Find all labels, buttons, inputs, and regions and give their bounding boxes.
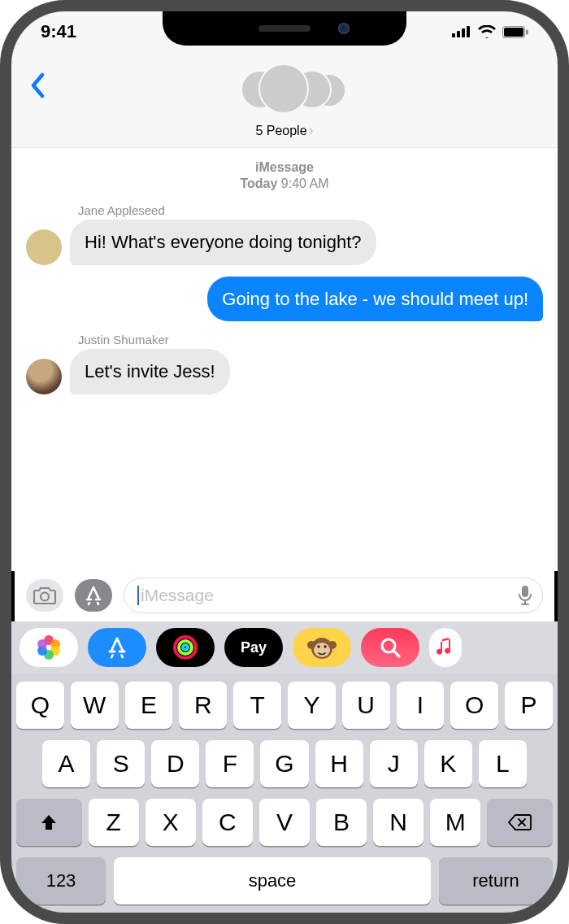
time-label: 9:40 AM <box>281 177 329 190</box>
key-s[interactable]: S <box>97 740 145 787</box>
key-e[interactable]: E <box>125 682 173 729</box>
key-u[interactable]: U <box>342 682 390 729</box>
text-cursor <box>137 586 139 605</box>
key-b[interactable]: B <box>316 799 367 846</box>
cellular-icon <box>452 26 471 37</box>
participants-count-label: 5 People <box>255 124 306 138</box>
message-thread[interactable]: iMessage Today 9:40 AM Jane Appleseed Hi… <box>11 148 558 571</box>
svg-point-7 <box>41 593 49 601</box>
activity-app-button[interactable] <box>156 628 215 667</box>
back-button[interactable] <box>29 72 46 102</box>
camera-button[interactable] <box>26 579 63 612</box>
service-label: iMessage <box>26 159 543 176</box>
speaker-grille <box>258 25 311 32</box>
keyboard-row: Q W E R T Y U I O P <box>16 682 553 729</box>
activity-rings-icon <box>173 635 198 660</box>
sender-avatar[interactable] <box>26 359 62 394</box>
key-v[interactable]: V <box>259 799 310 846</box>
key-w[interactable]: W <box>71 682 119 729</box>
dictation-icon[interactable] <box>518 585 532 606</box>
key-c[interactable]: C <box>202 799 253 846</box>
numbers-key[interactable]: 123 <box>16 857 106 904</box>
key-l[interactable]: L <box>479 740 527 787</box>
sender-avatar[interactable] <box>26 229 62 265</box>
shift-icon <box>39 813 59 832</box>
battery-icon <box>502 26 528 38</box>
front-camera <box>338 23 350 34</box>
sender-name: Jane Appleseed <box>78 203 543 217</box>
app-store-icon <box>106 636 128 659</box>
svg-rect-0 <box>452 33 455 37</box>
app-store-app-button[interactable] <box>88 628 146 667</box>
music-app-button[interactable] <box>429 628 462 667</box>
message-group: Justin Shumaker Let's invite Jess! <box>26 333 543 394</box>
key-q[interactable]: Q <box>16 682 64 729</box>
sent-message-bubble[interactable]: Going to the lake - we should meet up! <box>207 277 543 322</box>
device-notch <box>163 11 406 46</box>
key-g[interactable]: G <box>260 740 308 787</box>
chevron-right-icon: › <box>309 122 314 139</box>
status-indicators <box>452 25 528 38</box>
svg-point-14 <box>324 645 327 648</box>
key-o[interactable]: O <box>450 682 498 729</box>
status-time: 9:41 <box>41 21 76 42</box>
svg-line-16 <box>393 651 399 656</box>
svg-rect-3 <box>467 26 470 37</box>
conversation-title-button[interactable]: 5 People › <box>255 122 313 139</box>
participant-avatar <box>258 63 309 114</box>
svg-rect-6 <box>526 29 528 34</box>
apple-pay-app-button[interactable]: Pay <box>224 628 283 667</box>
key-a[interactable]: A <box>42 740 90 787</box>
message-row: Hi! What's everyone doing tonight? <box>26 220 543 265</box>
received-message-bubble[interactable]: Hi! What's everyone doing tonight? <box>70 220 376 265</box>
compose-bar: iMessage <box>11 571 558 621</box>
animoji-app-button[interactable] <box>293 628 351 667</box>
key-f[interactable]: F <box>206 740 254 787</box>
photos-icon <box>37 635 61 660</box>
key-n[interactable]: N <box>373 799 423 846</box>
key-d[interactable]: D <box>151 740 199 787</box>
search-images-icon <box>379 636 402 659</box>
message-row: Going to the lake - we should meet up! <box>26 277 543 322</box>
svg-rect-8 <box>522 586 528 597</box>
message-group: Going to the lake - we should meet up! <box>26 277 543 322</box>
message-group: Jane Appleseed Hi! What's everyone doing… <box>26 203 543 265</box>
shift-key[interactable] <box>16 799 82 846</box>
keyboard: Q W E R T Y U I O P A S D F G H J K L Z <box>11 673 558 913</box>
key-j[interactable]: J <box>370 740 418 787</box>
camera-icon <box>33 586 57 605</box>
svg-rect-1 <box>457 31 460 37</box>
photos-app-button[interactable] <box>20 628 78 667</box>
key-k[interactable]: K <box>424 740 472 787</box>
svg-point-11 <box>307 641 315 649</box>
key-t[interactable]: T <box>233 682 281 729</box>
return-key[interactable]: return <box>439 857 553 904</box>
apple-pay-label: Pay <box>241 639 267 656</box>
message-row: Let's invite Jess! <box>26 349 543 394</box>
svg-point-12 <box>328 641 337 649</box>
keyboard-row: Z X C V B N M <box>16 799 553 846</box>
app-drawer-button[interactable] <box>75 579 112 612</box>
key-z[interactable]: Z <box>89 799 139 846</box>
images-app-button[interactable] <box>361 628 419 667</box>
message-input[interactable]: iMessage <box>124 578 543 613</box>
key-r[interactable]: R <box>179 682 227 729</box>
app-store-icon <box>83 585 104 606</box>
key-h[interactable]: H <box>315 740 363 787</box>
received-message-bubble[interactable]: Let's invite Jess! <box>70 349 230 394</box>
imessage-app-strip[interactable]: Pay <box>11 621 558 673</box>
key-m[interactable]: M <box>430 799 480 846</box>
backspace-key[interactable] <box>487 799 553 846</box>
input-placeholder: iMessage <box>141 586 518 605</box>
key-p[interactable]: P <box>505 682 553 729</box>
svg-point-13 <box>317 645 320 648</box>
space-key[interactable]: space <box>114 857 431 904</box>
thread-timestamp: iMessage Today 9:40 AM <box>26 159 543 192</box>
key-i[interactable]: I <box>397 682 445 729</box>
sender-name: Justin Shumaker <box>78 333 543 346</box>
key-y[interactable]: Y <box>288 682 336 729</box>
keyboard-row: A S D F G H J K L <box>16 740 553 787</box>
group-avatar-stack[interactable] <box>236 63 333 117</box>
key-x[interactable]: X <box>146 799 196 846</box>
svg-rect-2 <box>462 28 465 37</box>
